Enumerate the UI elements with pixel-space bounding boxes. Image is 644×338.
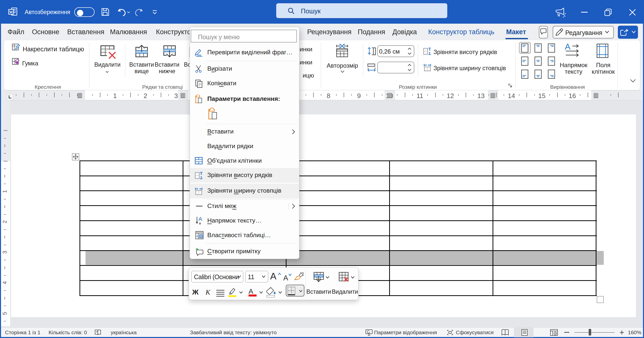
svg-text:А: А: [565, 43, 571, 51]
svg-text:W: W: [9, 10, 13, 14]
svg-text:А: А: [198, 216, 202, 222]
